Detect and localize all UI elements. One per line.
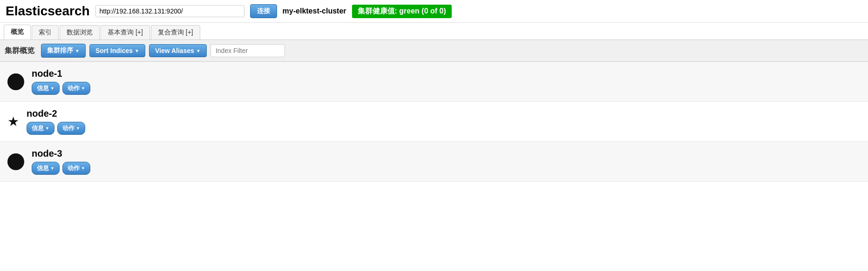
cluster-name: my-elktest-cluster: [283, 7, 346, 15]
view-aliases-button[interactable]: View Aliases ▼: [149, 44, 207, 57]
node-name: node-1: [32, 68, 90, 79]
node-info-button[interactable]: 信息 ▼: [32, 162, 60, 175]
nodes-container: node-1 信息 ▼ 动作 ▼ ★ node-2 信息 ▼: [0, 62, 868, 182]
tab-complex-query[interactable]: 复合查询 [+]: [151, 25, 200, 40]
index-filter-input[interactable]: [210, 44, 285, 57]
cluster-sort-label: 集群排序: [47, 46, 73, 55]
tab-basic-query[interactable]: 基本查询 [+]: [101, 25, 150, 40]
node-info: node-2 信息 ▼ 动作 ▼: [27, 108, 85, 135]
node-action-caret-icon: ▼: [81, 86, 85, 91]
node-buttons: 信息 ▼ 动作 ▼: [27, 122, 85, 135]
cluster-sort-button[interactable]: 集群排序 ▼: [41, 44, 86, 58]
node-name: node-3: [32, 148, 90, 159]
node-info-button[interactable]: 信息 ▼: [32, 82, 60, 95]
node-info-caret-icon: ▼: [50, 86, 54, 91]
toolbar: 集群概览 集群排序 ▼ Sort Indices ▼ View Aliases …: [0, 40, 868, 62]
node-info-label: 信息: [32, 124, 44, 132]
node-info-button[interactable]: 信息 ▼: [27, 122, 54, 135]
node-info-caret-icon: ▼: [45, 126, 49, 131]
tab-index[interactable]: 索引: [32, 25, 59, 40]
url-input[interactable]: [95, 5, 244, 17]
node-action-caret-icon: ▼: [76, 126, 80, 131]
node-action-button[interactable]: 动作 ▼: [62, 162, 90, 175]
connect-button[interactable]: 连接: [250, 4, 277, 18]
sort-indices-caret-icon: ▼: [135, 48, 139, 53]
tab-overview[interactable]: 概览: [4, 25, 31, 40]
node-info-caret-icon: ▼: [50, 166, 54, 171]
node-info: node-3 信息 ▼ 动作 ▼: [32, 148, 90, 175]
node-buttons: 信息 ▼ 动作 ▼: [32, 82, 90, 95]
view-aliases-caret-icon: ▼: [196, 48, 201, 53]
cluster-sort-caret-icon: ▼: [75, 48, 80, 53]
node-circle-icon: [7, 73, 24, 90]
app-title: Elasticsearch: [6, 4, 90, 19]
node-action-label: 动作: [62, 124, 75, 132]
node-info-label: 信息: [37, 84, 49, 93]
node-row: node-3 信息 ▼ 动作 ▼: [0, 142, 868, 182]
node-circle-icon: [7, 153, 24, 170]
sort-indices-label: Sort Indices: [95, 47, 133, 54]
header: Elasticsearch 连接 my-elktest-cluster 集群健康…: [0, 0, 868, 23]
tab-data-browse[interactable]: 数据浏览: [60, 25, 100, 40]
node-name: node-2: [27, 108, 85, 119]
node-info: node-1 信息 ▼ 动作 ▼: [32, 68, 90, 95]
view-aliases-label: View Aliases: [155, 47, 194, 54]
node-row: ★ node-2 信息 ▼ 动作 ▼: [0, 102, 868, 142]
node-star-icon: ★: [7, 115, 19, 128]
node-action-button[interactable]: 动作 ▼: [57, 122, 85, 135]
node-action-caret-icon: ▼: [81, 166, 85, 171]
node-action-button[interactable]: 动作 ▼: [62, 82, 90, 95]
health-badge: 集群健康值: green (0 of 0): [352, 5, 452, 18]
node-row: node-1 信息 ▼ 动作 ▼: [0, 62, 868, 102]
node-action-label: 动作: [68, 164, 80, 172]
node-info-label: 信息: [37, 164, 49, 172]
node-action-label: 动作: [68, 84, 80, 93]
sort-indices-button[interactable]: Sort Indices ▼: [89, 44, 145, 57]
nav-tabs: 概览 索引 数据浏览 基本查询 [+] 复合查询 [+]: [0, 23, 868, 40]
node-buttons: 信息 ▼ 动作 ▼: [32, 162, 90, 175]
toolbar-label: 集群概览: [5, 46, 34, 56]
